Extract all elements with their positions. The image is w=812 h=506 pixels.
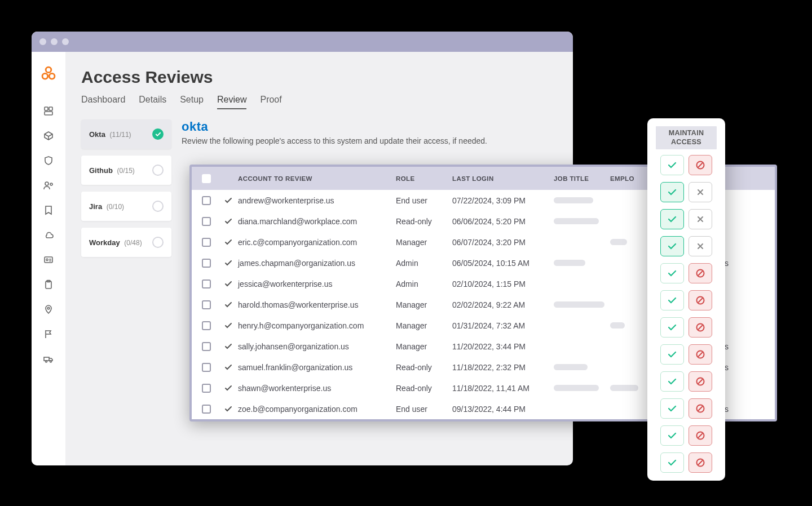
id-card-icon[interactable] bbox=[43, 255, 54, 265]
bookmark-icon[interactable] bbox=[43, 205, 54, 215]
row-checkbox[interactable] bbox=[202, 238, 211, 247]
revoke-button[interactable] bbox=[689, 452, 712, 473]
checkmark-icon bbox=[224, 280, 232, 288]
svg-rect-3 bbox=[45, 107, 48, 110]
approve-button[interactable] bbox=[660, 371, 684, 392]
cell-last-login: 06/07/2024, 3:20 PM bbox=[452, 238, 554, 247]
cell-account: sally.johansen@organization.us bbox=[238, 342, 396, 351]
revoke-button[interactable] bbox=[689, 425, 712, 446]
truck-icon[interactable] bbox=[43, 354, 54, 364]
cube-icon[interactable] bbox=[43, 131, 54, 141]
dismiss-button[interactable] bbox=[689, 236, 712, 256]
cell-job-title bbox=[554, 260, 610, 266]
tab-details[interactable]: Details bbox=[139, 95, 166, 109]
cell-job-title bbox=[554, 301, 610, 308]
cell-role: Admin bbox=[396, 259, 452, 268]
svg-rect-8 bbox=[45, 257, 52, 263]
approve-button[interactable] bbox=[660, 263, 684, 283]
checkmark-icon bbox=[224, 405, 232, 413]
cell-account: samuel.franklin@organization.us bbox=[238, 363, 396, 372]
revoke-button[interactable] bbox=[689, 371, 712, 392]
row-checkbox[interactable] bbox=[202, 259, 211, 268]
dismiss-button[interactable] bbox=[689, 209, 712, 229]
maintain-row bbox=[660, 290, 712, 310]
cell-role: Read-only bbox=[396, 217, 452, 226]
revoke-button[interactable] bbox=[689, 263, 712, 283]
svg-point-14 bbox=[46, 361, 47, 362]
approve-button[interactable] bbox=[660, 290, 684, 310]
cloud-icon[interactable] bbox=[43, 230, 54, 240]
maintain-row bbox=[660, 344, 712, 365]
row-checkbox[interactable] bbox=[202, 217, 211, 226]
approve-button[interactable] bbox=[660, 236, 684, 256]
revoke-button[interactable] bbox=[689, 290, 712, 310]
row-checkbox[interactable] bbox=[202, 384, 211, 393]
cell-role: Manager bbox=[396, 238, 452, 247]
row-checkbox[interactable] bbox=[202, 279, 211, 288]
system-card-workday[interactable]: Workday (0/48) bbox=[81, 228, 171, 257]
approve-button[interactable] bbox=[660, 182, 684, 202]
approve-button[interactable] bbox=[660, 398, 684, 419]
svg-point-12 bbox=[47, 307, 50, 309]
shield-icon[interactable] bbox=[43, 156, 54, 166]
col-role[interactable]: ROLE bbox=[396, 175, 452, 182]
approve-button[interactable] bbox=[660, 344, 684, 365]
svg-rect-13 bbox=[44, 357, 49, 361]
window-dot bbox=[51, 38, 58, 45]
cell-last-login: 06/06/2024, 5:20 PM bbox=[452, 217, 554, 226]
col-last-login[interactable]: LAST LOGIN bbox=[452, 175, 554, 182]
cell-role: End user bbox=[396, 196, 452, 205]
tab-review[interactable]: Review bbox=[217, 95, 246, 109]
approve-button[interactable] bbox=[660, 317, 684, 338]
svg-point-2 bbox=[49, 73, 55, 79]
row-checkbox[interactable] bbox=[202, 321, 211, 330]
cell-job-title bbox=[554, 364, 610, 370]
maintain-row bbox=[660, 182, 712, 202]
cell-role: Admin bbox=[396, 279, 452, 288]
revoke-button[interactable] bbox=[689, 344, 712, 365]
col-account[interactable]: ACCOUNT TO REVIEW bbox=[238, 175, 396, 182]
tab-proof[interactable]: Proof bbox=[260, 95, 281, 109]
row-checkbox[interactable] bbox=[202, 405, 211, 414]
approve-button[interactable] bbox=[660, 209, 684, 229]
revoke-button[interactable] bbox=[689, 398, 712, 419]
status-icon bbox=[152, 237, 164, 248]
users-icon[interactable] bbox=[43, 180, 54, 190]
tabs: DashboardDetailsSetupReviewProof bbox=[81, 95, 557, 109]
dashboard-icon[interactable] bbox=[43, 106, 54, 116]
map-pin-icon[interactable] bbox=[43, 304, 54, 314]
cell-role: Read-only bbox=[396, 363, 452, 372]
row-checkbox[interactable] bbox=[202, 363, 211, 372]
tab-dashboard[interactable]: Dashboard bbox=[81, 95, 125, 109]
cell-account: jessica@workenterprise.us bbox=[238, 279, 396, 288]
approve-button[interactable] bbox=[660, 155, 684, 175]
approve-button[interactable] bbox=[660, 452, 684, 473]
maintain-row bbox=[660, 452, 712, 473]
clipboard-icon[interactable] bbox=[43, 279, 54, 290]
checkmark-icon bbox=[224, 238, 232, 246]
system-card-jira[interactable]: Jira (0/10) bbox=[81, 192, 171, 221]
checkmark-icon bbox=[224, 218, 232, 225]
revoke-button[interactable] bbox=[689, 155, 712, 175]
maintain-row bbox=[660, 236, 712, 256]
revoke-button[interactable] bbox=[689, 317, 712, 338]
cell-last-login: 11/20/2022, 3:44 PM bbox=[452, 342, 554, 351]
dismiss-button[interactable] bbox=[689, 182, 712, 202]
system-card-github[interactable]: Github (0/15) bbox=[81, 156, 171, 185]
checkmark-icon bbox=[224, 343, 232, 350]
maintain-row bbox=[660, 398, 712, 419]
cell-last-login: 02/10/2024, 1:15 PM bbox=[452, 279, 554, 288]
tab-setup[interactable]: Setup bbox=[180, 95, 204, 109]
cell-last-login: 01/31/2024, 7:32 AM bbox=[452, 321, 554, 330]
col-job-title[interactable]: JOB TITLE bbox=[554, 175, 610, 182]
cell-last-login: 02/02/2024, 9:22 AM bbox=[452, 300, 554, 309]
cell-role: Manager bbox=[396, 321, 452, 330]
system-card-okta[interactable]: Okta (11/11) bbox=[81, 119, 171, 149]
row-checkbox[interactable] bbox=[202, 300, 211, 309]
flag-icon[interactable] bbox=[43, 329, 54, 339]
row-checkbox[interactable] bbox=[202, 196, 211, 205]
maintain-row bbox=[660, 371, 712, 392]
approve-button[interactable] bbox=[660, 425, 684, 446]
row-checkbox[interactable] bbox=[202, 342, 211, 351]
select-all-checkbox[interactable] bbox=[202, 174, 211, 183]
